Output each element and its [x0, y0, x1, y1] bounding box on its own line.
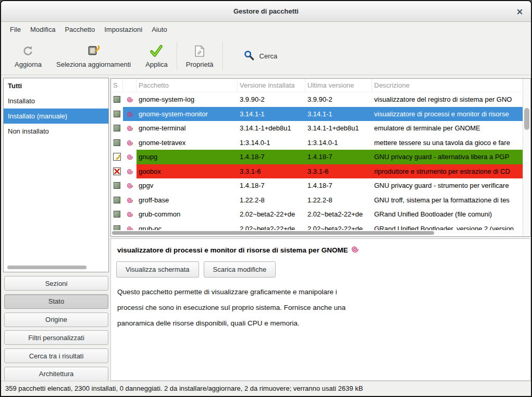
menu-modifica[interactable]: Modifica [26, 22, 60, 37]
table-row[interactable]: gnome-system-monitor3.14.1-13.14.1-1visu… [111, 107, 523, 122]
table-row[interactable]: groff-base1.22.2-81.22.2-8GNU troff, sis… [111, 193, 523, 208]
package-name: gpgv [137, 178, 238, 193]
package-description-cell: GNU privacy guard - strumento per verifi… [372, 178, 523, 193]
package-description-cell: emulatore di terminale per GNOME [372, 121, 523, 136]
package-summary-text: visualizzatore di processi e monitor di … [117, 246, 348, 254]
view-button-architettura[interactable]: Architettura [4, 367, 108, 381]
debian-swirl-icon [123, 222, 137, 231]
filter-item-non-installato[interactable]: Non installato [4, 124, 108, 139]
menu-impostazioni[interactable]: Impostazioni [100, 22, 147, 37]
refresh-icon [22, 44, 34, 57]
properties-icon [194, 44, 205, 57]
table-row[interactable]: grub-common2.02~beta2-22+de2.02~beta2-22… [111, 207, 523, 222]
close-icon[interactable] [515, 7, 524, 16]
search-button-label: Cerca [259, 52, 278, 60]
column-header-status[interactable]: S [111, 79, 123, 92]
package-summary-title: visualizzatore di processi e monitor di … [117, 245, 530, 255]
column-header-logo[interactable] [123, 79, 137, 92]
debian-swirl-icon [351, 245, 359, 255]
debian-swirl-icon [123, 121, 137, 136]
table-horizontal-scrollbar-thumb[interactable] [112, 231, 434, 235]
mark-upgrades-icon [87, 44, 101, 57]
filter-list-hscrollbar-thumb[interactable] [7, 266, 86, 269]
status-cell[interactable] [111, 150, 123, 164]
table-row[interactable]: gnupg1.4.18-71.4.18-7GNU privacy guard -… [111, 150, 523, 164]
table-row[interactable]: gnome-system-log3.9.90-23.9.90-2visualiz… [111, 92, 523, 107]
installed-version: 2.02~beta2-22+de [238, 207, 305, 222]
statusbar: 359 pacchetti elencati, 2300 installati,… [1, 381, 531, 396]
status-cell[interactable] [111, 164, 123, 179]
latest-version: 2.02~beta2-22+de [305, 207, 372, 222]
package-table: S Pacchetto Versione installata Ultima v… [110, 78, 531, 237]
status-cell[interactable] [111, 222, 123, 231]
search-icon [243, 50, 255, 63]
search-button[interactable]: Cerca [238, 46, 283, 66]
package-description-cell: mettere tessere su una tavola da gioco e… [372, 136, 523, 150]
toolbar-button-seleziona-aggiornamenti[interactable]: Seleziona aggiornamenti [49, 42, 138, 70]
menu-file[interactable]: File [5, 22, 26, 37]
installed-checkbox-icon [114, 197, 120, 203]
table-row[interactable]: gnome-tetravex1:3.14.0-11:3.14.0-1metter… [111, 136, 523, 150]
column-header-description[interactable]: Descrizione [372, 79, 523, 92]
debian-swirl-icon [123, 136, 137, 150]
status-cell[interactable] [111, 107, 123, 122]
detail-button-visualizza-schermata[interactable]: Visualizza schermata [116, 261, 199, 278]
installed-version: 1:3.14.0-1 [238, 136, 305, 150]
table-vertical-scrollbar[interactable] [523, 79, 530, 236]
package-description-cell: visualizzatore di processi e monitor di … [372, 107, 523, 122]
installed-version: 1.22.2-8 [238, 193, 305, 208]
column-header-latest-version[interactable]: Ultima versione [305, 79, 372, 92]
package-description-cell: GNU troff, sistema per la formattazione … [372, 193, 523, 208]
description-line: Questo pacchetto permette di visualizzar… [117, 284, 530, 300]
view-button-filtri-personalizzati[interactable]: Filtri personalizzati [4, 330, 108, 345]
latest-version: 3.3.1-6 [305, 164, 372, 179]
titlebar[interactable]: Gestore di pacchetti [1, 1, 531, 22]
status-cell[interactable] [111, 121, 123, 136]
table-row[interactable]: gnome-terminal3.14.1-1+deb8u13.14.1-1+de… [111, 121, 523, 136]
status-cell[interactable] [111, 92, 123, 107]
table-vertical-scrollbar-thumb[interactable] [524, 108, 529, 130]
view-button-stato[interactable]: Stato [4, 294, 108, 309]
latest-version: 3.14.1-1 [305, 107, 372, 122]
latest-version: 3.9.90-2 [305, 92, 372, 107]
status-cell[interactable] [111, 193, 123, 208]
status-cell[interactable] [111, 178, 123, 193]
toolbar-button-label: Applica [145, 61, 168, 68]
table-row[interactable]: gpgv1.4.18-71.4.18-7GNU privacy guard - … [111, 178, 523, 193]
debian-swirl-icon [123, 150, 137, 164]
table-row[interactable]: grub-pc2.02~beta2-22+de2.02~beta2-22+deG… [111, 222, 523, 231]
table-row[interactable]: goobox3.3.1-63.3.1-6riproduttore e strum… [111, 164, 523, 179]
debian-swirl-icon [123, 207, 137, 222]
installed-checkbox-icon [114, 96, 120, 103]
installed-checkbox-icon [114, 139, 120, 146]
status-cell[interactable] [111, 136, 123, 150]
status-cell[interactable] [111, 207, 123, 222]
menubar: FileModificaPacchettoImpostazioniAiuto [1, 22, 531, 37]
column-header-installed-version[interactable]: Versione installata [238, 79, 305, 92]
view-button-cerca-tra-i-risultati[interactable]: Cerca tra i risultati [4, 348, 108, 363]
table-horizontal-scrollbar[interactable] [111, 230, 523, 236]
detail-button-scarica-modifiche[interactable]: Scarica modifiche [204, 261, 276, 278]
filter-item-tutti[interactable]: Tutti [4, 78, 108, 93]
toolbar-button-applica[interactable]: Applica [138, 42, 175, 70]
view-button-sezioni[interactable]: Sezioni [4, 276, 108, 291]
installed-version: 1.4.18-7 [238, 150, 305, 164]
installed-version: 3.9.90-2 [238, 92, 305, 107]
menu-aiuto[interactable]: Aiuto [147, 22, 172, 37]
installed-version: 3.3.1-6 [238, 164, 305, 179]
package-description-cell: visualizzatore del registro di sistema p… [372, 92, 523, 107]
menu-pacchetto[interactable]: Pacchetto [60, 22, 100, 37]
toolbar-button-label: Seleziona aggiornamenti [56, 61, 131, 68]
installed-checkbox-icon [114, 211, 120, 218]
filter-item-installato[interactable]: Installato [4, 93, 108, 109]
column-header-package[interactable]: Pacchetto [137, 79, 238, 92]
toolbar-button-propriet: Proprietà [179, 42, 221, 70]
installed-checkbox-icon [114, 125, 120, 131]
filter-item-installato-manuale[interactable]: Installato (manuale) [4, 109, 108, 124]
package-name: gnome-system-monitor [137, 107, 238, 122]
view-button-origine[interactable]: Origine [4, 312, 108, 327]
window-title: Gestore di pacchetti [233, 7, 299, 15]
installed-version: 3.14.1-1 [238, 107, 305, 122]
latest-version: 1:3.14.0-1 [305, 136, 372, 150]
debian-swirl-icon [123, 193, 137, 208]
